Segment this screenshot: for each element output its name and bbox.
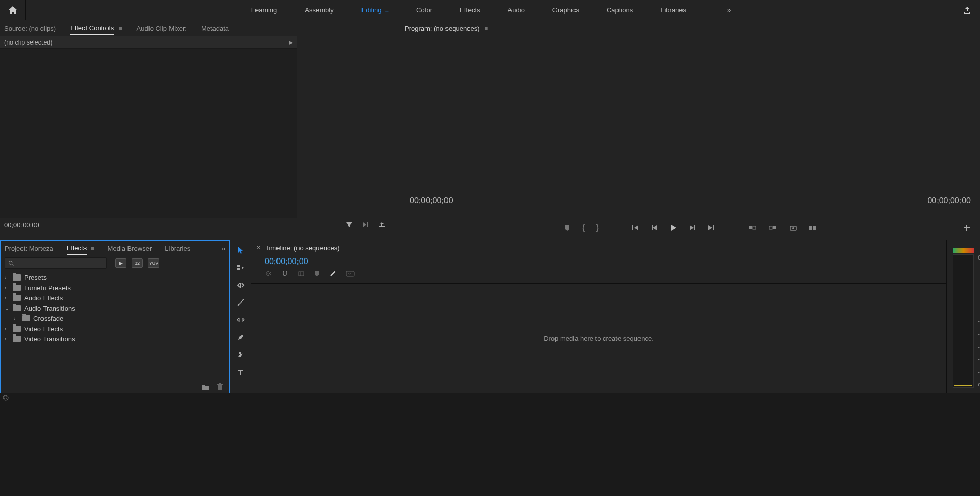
yuv-badge[interactable]: YUV — [148, 258, 159, 268]
hand-tool[interactable] — [235, 350, 246, 360]
tree-audio-effects[interactable]: ›Audio Effects — [1, 293, 229, 303]
timeline-header: × Timeline: (no sequences) ≡ — [251, 240, 946, 255]
linked-selection-icon[interactable] — [297, 270, 305, 277]
go-to-in-icon[interactable] — [631, 224, 640, 231]
delete-icon[interactable] — [217, 383, 223, 390]
step-forward-icon[interactable] — [362, 221, 369, 228]
workspace-graphics[interactable]: Graphics — [550, 0, 581, 20]
workspace-effects[interactable]: Effects — [458, 0, 482, 20]
audio-meter-bar[interactable]: 0 -6 -12 -18 -24 -30 -36 -42 -48 -54 dB — [953, 254, 974, 388]
step-back-icon[interactable] — [651, 224, 658, 231]
mark-out-icon[interactable]: } — [596, 223, 599, 232]
extract-icon[interactable] — [769, 224, 778, 231]
new-bin-icon[interactable] — [201, 383, 209, 390]
32bit-badge[interactable]: 32 — [132, 258, 143, 268]
tab-timeline[interactable]: Timeline: (no sequences) — [265, 242, 339, 254]
effect-controls-menu-icon[interactable]: ≡ — [119, 25, 122, 31]
tree-presets[interactable]: ›Presets — [1, 272, 229, 283]
effects-search-input[interactable] — [5, 257, 107, 269]
sequence-nest-icon[interactable] — [265, 270, 272, 277]
effects-tree: ›Presets ›Lumetri Presets ›Audio Effects… — [1, 270, 229, 380]
timeline-timecode[interactable]: 00;00;00;00 — [251, 255, 946, 268]
selection-tool[interactable] — [235, 245, 246, 255]
tree-lumetri[interactable]: ›Lumetri Presets — [1, 283, 229, 293]
settings-icon[interactable] — [329, 270, 336, 277]
tree-video-effects[interactable]: ›Video Effects — [1, 324, 229, 334]
lift-icon[interactable] — [748, 224, 757, 231]
tab-project[interactable]: Project: Morteza — [5, 243, 53, 254]
svg-rect-2 — [769, 226, 772, 229]
pen-tool[interactable] — [235, 332, 246, 342]
tree-video-transitions[interactable]: ›Video Transitions — [1, 334, 229, 344]
svg-rect-1 — [753, 226, 756, 229]
effects-search-row: ▶ 32 YUV — [1, 256, 229, 270]
collapse-icon[interactable]: ▸ — [289, 38, 293, 46]
tree-presets-label: Presets — [24, 274, 47, 282]
tree-videofx-label: Video Effects — [24, 325, 63, 333]
button-editor-icon[interactable] — [963, 224, 971, 232]
timeline-drop-hint: Drop media here to create sequence. — [544, 335, 654, 342]
slip-tool[interactable] — [235, 315, 246, 325]
export-frame-icon[interactable] — [378, 221, 386, 228]
step-forward-icon[interactable] — [689, 224, 696, 231]
workspace-editing-label: Editing — [361, 6, 382, 14]
scale-db: dB — [978, 382, 980, 387]
tab-effect-controls[interactable]: Effect Controls — [70, 22, 114, 35]
tree-crossfade[interactable]: ›Crossfade — [1, 313, 229, 324]
workspace-editing[interactable]: Editing ≡ — [359, 0, 391, 20]
workspace-menu-icon[interactable]: ≡ — [385, 6, 389, 14]
tab-media-browser[interactable]: Media Browser — [108, 243, 152, 254]
program-menu-icon[interactable]: ≡ — [485, 25, 488, 31]
search-icon — [8, 260, 14, 266]
mark-in-icon[interactable]: { — [582, 223, 585, 232]
tab-metadata[interactable]: Metadata — [201, 23, 229, 34]
program-timecode-right[interactable]: 00;00;00;00 — [927, 196, 971, 205]
effects-search-field[interactable] — [14, 260, 103, 267]
workspace-assembly[interactable]: Assembly — [303, 0, 335, 20]
workspace-color[interactable]: Color — [414, 0, 434, 20]
source-monitor-panel: Source: (no clips) Effect Controls ≡ Aud… — [0, 20, 400, 240]
tree-audio-transitions[interactable]: ⌄Audio Transitions — [1, 303, 229, 313]
track-select-tool[interactable] — [235, 263, 246, 273]
timeline-close-icon[interactable]: × — [257, 244, 260, 251]
accelerated-badge[interactable]: ▶ — [115, 258, 126, 268]
export-frame-icon[interactable] — [789, 224, 797, 231]
play-icon[interactable] — [669, 224, 677, 232]
tab-libraries-lower[interactable]: Libraries — [165, 243, 190, 254]
comparison-view-icon[interactable] — [808, 224, 817, 231]
project-footer — [1, 380, 229, 393]
workspace-learning[interactable]: Learning — [249, 0, 280, 20]
svg-rect-6 — [809, 226, 812, 230]
workspace-captions[interactable]: Captions — [605, 0, 635, 20]
type-tool[interactable] — [235, 367, 246, 377]
marker-icon[interactable] — [314, 270, 320, 277]
ripple-edit-tool[interactable] — [235, 280, 246, 290]
scale-0: 0 — [978, 255, 980, 261]
razor-tool[interactable] — [235, 297, 246, 308]
tab-audio-mixer[interactable]: Audio Clip Mixer: — [137, 23, 187, 34]
go-to-out-icon[interactable] — [707, 224, 715, 231]
snap-icon[interactable] — [281, 270, 288, 277]
program-timecode-left[interactable]: 00;00;00;00 — [410, 196, 453, 205]
filter-icon[interactable] — [346, 221, 353, 228]
effects-menu-icon[interactable]: ≡ — [91, 245, 94, 251]
workspace-overflow-icon[interactable]: » — [727, 6, 731, 14]
tab-source[interactable]: Source: (no clips) — [4, 23, 56, 34]
svg-rect-7 — [813, 226, 816, 230]
timeline-menu-icon[interactable]: ≡ — [336, 245, 339, 251]
captions-icon[interactable]: cc — [346, 271, 355, 277]
source-timecode[interactable]: 00;00;00;00 — [4, 221, 39, 229]
svg-text:cc: cc — [348, 272, 352, 276]
workspace-audio[interactable]: Audio — [506, 0, 527, 20]
timeline-drop-area[interactable]: Drop media here to create sequence. — [251, 283, 946, 393]
project-overflow-icon[interactable]: » — [222, 245, 225, 252]
tab-effects[interactable]: Effects — [67, 242, 87, 255]
folder-icon — [13, 326, 21, 332]
cc-cloud-icon[interactable] — [2, 394, 9, 401]
quick-export-button[interactable] — [954, 0, 980, 20]
workspace-libraries[interactable]: Libraries — [658, 0, 688, 20]
home-button[interactable] — [0, 0, 26, 20]
scale-6: -6 — [978, 268, 980, 273]
add-marker-icon[interactable] — [564, 224, 571, 231]
tab-program[interactable]: Program: (no sequences) — [404, 23, 480, 34]
